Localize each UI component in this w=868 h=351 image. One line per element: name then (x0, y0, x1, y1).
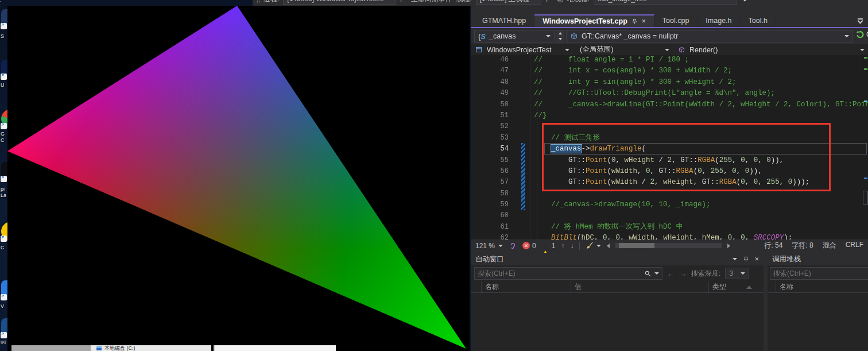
code-token: wHeight (663, 178, 693, 186)
window-menu-icon[interactable] (733, 258, 737, 260)
code-editor[interactable]: 4647484950515253545556575859606162 // fl… (471, 55, 868, 240)
search-next-icon[interactable]: → (679, 269, 687, 278)
prev-issue-button[interactable]: ↑ (561, 242, 564, 250)
code-token: Point (586, 156, 607, 164)
expression-text: _canvas (489, 32, 516, 40)
horizontal-scrollbar[interactable] (615, 243, 722, 248)
next-issue-button[interactable]: ↓ (570, 242, 574, 250)
code-line: //_canvas->drawImage(10, 10, _image); (534, 199, 868, 210)
code-token: ( (607, 178, 612, 186)
line-indicator[interactable]: 行: 54 (764, 241, 782, 250)
column-type[interactable]: 类型 (708, 281, 744, 292)
code-line: // float angle = i * PI / 180 ; (534, 55, 868, 65)
code-token: // 将 hMem 的数据一次写入到 hDC 中 (534, 223, 683, 231)
code-line: // _canvas->drawLine(GT::Point(wWidth / … (534, 99, 868, 110)
callstack-title-bar[interactable]: 调用堆栈 (768, 253, 868, 265)
pin-icon[interactable] (631, 18, 638, 25)
column-name[interactable]: 名称 (776, 281, 856, 292)
search-input[interactable] (478, 269, 641, 277)
code-token: , (637, 167, 646, 175)
scroll-mark-cyan (864, 101, 867, 102)
toolbar-overflow-icon[interactable] (741, 0, 748, 2)
method-icon (678, 46, 685, 53)
shortcut-arrow-icon (1, 236, 7, 242)
callstack-search-box[interactable] (770, 267, 868, 280)
autos-search-box[interactable] (474, 267, 662, 280)
expression-value-dropdown[interactable]: GT::Canvas* _canvas = nullptr (566, 30, 853, 43)
scope-dropdown[interactable]: (全局范围) (576, 44, 673, 56)
flag-icon[interactable] (400, 0, 406, 2)
error-count[interactable]: ✕ 0 (522, 242, 536, 250)
expression-dropdown[interactable]: {S _canvas (474, 30, 555, 43)
code-lines: // float angle = i * PI / 180 ;// int x … (534, 55, 868, 240)
horizontal-scrollbar-thumb[interactable] (619, 243, 654, 248)
column-name[interactable]: 名称 (481, 281, 571, 292)
explorer-drive-item[interactable]: 本地磁盘 (C:) (91, 345, 211, 351)
search-input[interactable] (773, 269, 865, 277)
project-dropdown[interactable]: WindowsProjectTest (472, 44, 573, 56)
char-indicator[interactable]: 字符: 8 (792, 241, 813, 250)
search-prev-icon[interactable]: ← (667, 269, 675, 278)
process-dropdown[interactable]: [145008] WindowsProjectTest.e (283, 0, 396, 5)
search-depth-dropdown[interactable]: 3 (725, 268, 749, 279)
flag-icon[interactable] (545, 0, 552, 2)
frames-icon[interactable] (556, 0, 563, 2)
callstack-body[interactable] (768, 293, 868, 351)
expression-stepper[interactable] (556, 30, 564, 43)
code-token: , (732, 234, 741, 240)
scroll-up-icon[interactable] (746, 286, 752, 289)
tab-image-h[interactable]: Image.h (698, 14, 740, 27)
disk-icon (96, 346, 102, 350)
health-indicator-icon[interactable] (509, 242, 517, 250)
code-line (534, 188, 868, 199)
code-token: GT:: (534, 178, 586, 186)
close-icon[interactable]: × (642, 17, 646, 25)
debug-toolbar: 进程: [145008] WindowsProjectTest.e 生命周期事件… (253, 0, 868, 6)
line-number: 53 (487, 133, 509, 144)
code-token: // int y = sin(angle) * 300 + wHeight / … (534, 78, 737, 86)
expression-value: GT::Canvas* _canvas = nullptr (582, 32, 679, 40)
line-number: 61 (487, 222, 509, 233)
scroll-right-icon[interactable] (727, 244, 730, 248)
autos-title-bar[interactable]: 自动窗口 × (471, 253, 764, 265)
column-value[interactable]: 值 (571, 281, 708, 292)
line-number-gutter[interactable]: 4647484950515253545556575859606162 (487, 55, 509, 240)
code-line: // int y = sin(angle) * 300 + wHeight / … (534, 77, 868, 88)
stackframe-dropdown[interactable]: stbi_image_free (594, 0, 737, 5)
code-line: BitBlt(hDC, 0, 0, wWidth, wHeight, hMem,… (534, 233, 868, 240)
code-token: , (654, 178, 663, 186)
lifecycle-events-button[interactable]: 生命周期事件 (410, 0, 452, 4)
stackframe-value: stbi_image_free (598, 0, 646, 3)
code-cleanup-icon[interactable] (586, 241, 594, 250)
method-dropdown[interactable]: Render() (675, 44, 868, 56)
code-token: , (723, 167, 732, 175)
code-token: 255 (766, 178, 780, 186)
toolbar-grip[interactable] (257, 0, 259, 3)
vertical-scrollbar-thumb[interactable] (863, 191, 868, 205)
refresh-button[interactable]: G (855, 30, 868, 39)
chevron-down-icon[interactable] (498, 245, 503, 247)
autos-panel: 自动窗口 × ← → 搜索深度: (471, 253, 764, 351)
chevron-down-icon[interactable] (654, 272, 659, 275)
code-token: , (719, 234, 728, 240)
thread-dropdown[interactable]: [145652] 主线程 (476, 0, 541, 5)
warning-count[interactable]: ! 1 (542, 242, 556, 250)
scroll-left-icon[interactable] (607, 244, 610, 248)
render-output-window[interactable] (7, 6, 470, 351)
code-token: SRCCOPY (754, 234, 784, 240)
tab-tool-cpp[interactable]: Tool.cpp (654, 14, 698, 27)
tab-gtmath-hpp[interactable]: GTMATH.hpp (474, 14, 534, 27)
encoding-indicator[interactable]: 混合 (823, 241, 836, 250)
close-icon[interactable]: × (755, 255, 759, 263)
tab-overflow-icon[interactable] (857, 18, 863, 24)
autos-body[interactable] (471, 293, 764, 351)
chevron-down-icon[interactable] (596, 245, 601, 247)
zoom-level[interactable]: 121 % (475, 242, 495, 250)
code-line: // 将 hMem 的数据一次写入到 hDC 中 (534, 222, 868, 233)
code-line: GT::Point(wWidth / 2, wHeight, GT::RGBA(… (534, 177, 868, 188)
tab-windowsprojecttest-cpp[interactable]: WindowsProjectTest.cpp× (534, 14, 654, 27)
pin-icon[interactable] (743, 256, 749, 263)
code-line: GT::Point(0, wHeight / 2, GT::RGBA(255, … (534, 155, 868, 166)
eol-indicator[interactable]: CRLF (846, 241, 863, 250)
tab-tool-h[interactable]: Tool.h (741, 14, 776, 27)
